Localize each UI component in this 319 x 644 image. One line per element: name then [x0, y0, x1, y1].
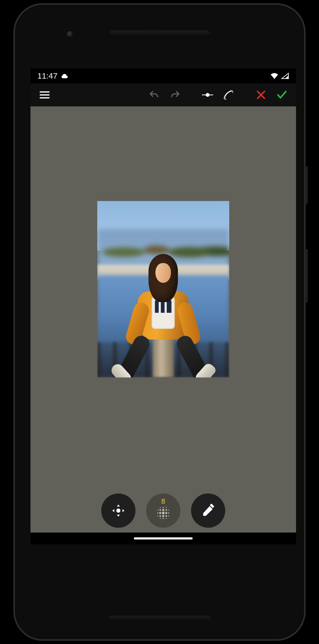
curve-arrows-icon — [223, 89, 234, 101]
compare-button[interactable] — [198, 86, 217, 104]
blur-tool-button[interactable]: 8 — [146, 493, 180, 528]
undo-icon — [148, 89, 160, 101]
photo[interactable] — [97, 201, 229, 377]
curve-button[interactable] — [219, 86, 238, 104]
editor-canvas[interactable]: 8 — [30, 106, 296, 533]
check-icon — [276, 89, 288, 101]
bottom-tool-row: 8 — [30, 493, 296, 528]
status-bar: 11:47 — [30, 68, 296, 83]
redo-button[interactable] — [166, 86, 184, 104]
phone-frame: 11:47 — [13, 3, 306, 641]
side-button — [305, 249, 308, 303]
svg-point-5 — [165, 512, 167, 514]
svg-point-23 — [166, 518, 167, 519]
svg-point-6 — [162, 509, 164, 511]
svg-point-20 — [160, 507, 161, 508]
svg-point-15 — [163, 518, 164, 519]
svg-point-18 — [168, 510, 169, 511]
blur-strength-label: 8 — [146, 497, 180, 506]
move-tool-button[interactable] — [101, 493, 135, 528]
svg-point-22 — [160, 518, 161, 519]
bottom-speaker — [109, 616, 210, 621]
photo-subject — [124, 254, 203, 371]
cell-signal-icon — [281, 72, 289, 79]
menu-button[interactable] — [35, 86, 54, 104]
close-icon — [255, 89, 267, 101]
brush-tool-button[interactable] — [191, 493, 225, 528]
phone-bezel: 11:47 — [17, 7, 302, 637]
svg-point-2 — [116, 508, 120, 512]
move-icon — [111, 503, 126, 518]
svg-point-8 — [160, 509, 161, 511]
wifi-icon — [270, 72, 278, 79]
svg-point-13 — [168, 512, 169, 514]
side-button — [305, 166, 308, 204]
accept-button[interactable] — [273, 86, 291, 104]
cancel-button[interactable] — [252, 86, 270, 104]
svg-point-3 — [162, 512, 165, 514]
svg-point-19 — [168, 515, 169, 516]
svg-point-4 — [159, 512, 161, 514]
svg-point-11 — [165, 515, 167, 517]
clock: 11:47 — [37, 71, 57, 80]
system-nav-bar — [30, 533, 296, 544]
screen: 11:47 — [30, 68, 296, 544]
svg-point-10 — [160, 515, 161, 517]
front-camera — [67, 31, 73, 37]
undo-button[interactable] — [145, 86, 164, 104]
redo-icon — [169, 89, 181, 101]
brush-icon — [201, 503, 215, 518]
menu-icon — [39, 89, 50, 101]
svg-point-12 — [157, 512, 159, 514]
svg-point-16 — [157, 510, 158, 511]
earpiece — [109, 30, 210, 37]
svg-point-21 — [166, 507, 167, 508]
blur-grid-icon — [156, 506, 170, 520]
svg-point-17 — [157, 515, 158, 516]
compare-slider-icon — [202, 89, 213, 101]
cloud-icon — [61, 73, 69, 79]
svg-point-7 — [162, 515, 164, 517]
svg-point-14 — [163, 507, 164, 508]
gesture-pill[interactable] — [134, 537, 193, 539]
svg-point-9 — [165, 509, 167, 511]
svg-point-1 — [206, 93, 209, 97]
top-toolbar — [30, 83, 296, 106]
